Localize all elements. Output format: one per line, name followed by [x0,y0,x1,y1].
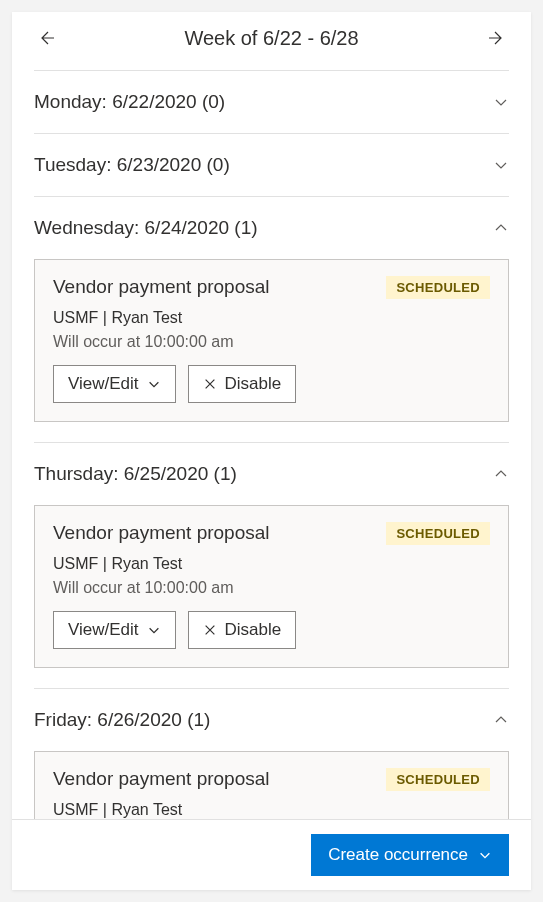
prev-week-button[interactable] [34,26,58,50]
footer: Create occurrence [12,819,531,890]
day-label: Tuesday: 6/23/2020 (0) [34,154,230,176]
day-header-wednesday[interactable]: Wednesday: 6/24/2020 (1) [34,197,509,259]
card-subtitle: USMF | Ryan Test [53,309,490,327]
occurrence-card: Vendor payment proposal SCHEDULED USMF |… [34,505,509,668]
day-section-tuesday: Tuesday: 6/23/2020 (0) [34,133,509,196]
view-edit-label: View/Edit [68,374,139,394]
close-icon [203,377,217,391]
chevron-up-icon [493,220,509,236]
card-time: Will occur at 10:00:00 am [53,333,490,351]
chevron-down-icon [493,94,509,110]
schedule-panel: Week of 6/22 - 6/28 Monday: 6/22/2020 (0… [12,12,531,890]
chevron-down-icon [147,377,161,391]
day-list[interactable]: Monday: 6/22/2020 (0) Tuesday: 6/23/2020… [12,70,531,819]
chevron-down-icon [493,157,509,173]
card-title: Vendor payment proposal [53,276,270,298]
day-section-thursday: Thursday: 6/25/2020 (1) Vendor payment p… [34,442,509,668]
occurrence-card: Vendor payment proposal SCHEDULED USMF |… [34,751,509,819]
next-week-button[interactable] [485,26,509,50]
card-subtitle: USMF | Ryan Test [53,555,490,573]
view-edit-button[interactable]: View/Edit [53,365,176,403]
card-title: Vendor payment proposal [53,522,270,544]
disable-label: Disable [225,374,282,394]
day-header-friday[interactable]: Friday: 6/26/2020 (1) [34,689,509,751]
status-badge: SCHEDULED [386,522,490,545]
day-section-wednesday: Wednesday: 6/24/2020 (1) Vendor payment … [34,196,509,422]
day-label: Monday: 6/22/2020 (0) [34,91,225,113]
card-subtitle: USMF | Ryan Test [53,801,490,819]
week-title: Week of 6/22 - 6/28 [184,27,358,50]
chevron-down-icon [147,623,161,637]
day-label: Thursday: 6/25/2020 (1) [34,463,237,485]
disable-label: Disable [225,620,282,640]
create-occurrence-label: Create occurrence [328,845,468,865]
disable-button[interactable]: Disable [188,611,297,649]
week-header: Week of 6/22 - 6/28 [12,12,531,70]
day-header-tuesday[interactable]: Tuesday: 6/23/2020 (0) [34,134,509,196]
day-label: Wednesday: 6/24/2020 (1) [34,217,258,239]
chevron-up-icon [493,466,509,482]
day-header-monday[interactable]: Monday: 6/22/2020 (0) [34,71,509,133]
day-section-friday: Friday: 6/26/2020 (1) Vendor payment pro… [34,688,509,819]
day-header-thursday[interactable]: Thursday: 6/25/2020 (1) [34,443,509,505]
view-edit-button[interactable]: View/Edit [53,611,176,649]
chevron-down-icon [478,848,492,862]
card-actions: View/Edit Disable [53,365,490,403]
day-label: Friday: 6/26/2020 (1) [34,709,210,731]
card-time: Will occur at 10:00:00 am [53,579,490,597]
arrow-left-icon [36,28,56,48]
disable-button[interactable]: Disable [188,365,297,403]
chevron-up-icon [493,712,509,728]
day-section-monday: Monday: 6/22/2020 (0) [34,70,509,133]
arrow-right-icon [487,28,507,48]
status-badge: SCHEDULED [386,276,490,299]
occurrence-card: Vendor payment proposal SCHEDULED USMF |… [34,259,509,422]
create-occurrence-button[interactable]: Create occurrence [311,834,509,876]
close-icon [203,623,217,637]
status-badge: SCHEDULED [386,768,490,791]
card-actions: View/Edit Disable [53,611,490,649]
card-title: Vendor payment proposal [53,768,270,790]
view-edit-label: View/Edit [68,620,139,640]
